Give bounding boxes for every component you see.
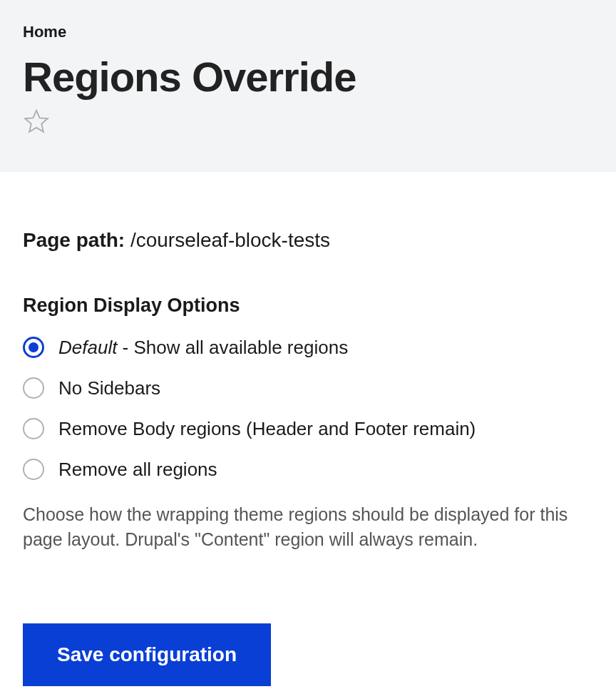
radio-input[interactable] [23,459,44,480]
radio-input[interactable] [23,337,44,358]
radio-label: Remove all regions [58,459,217,481]
region-display-options-legend: Region Display Options [23,295,593,317]
radio-label: No Sidebars [58,377,160,399]
radio-option-remove-body[interactable]: Remove Body regions (Header and Footer r… [23,418,593,440]
breadcrumb[interactable]: Home [23,23,593,41]
svg-marker-0 [25,111,48,132]
page-title: Regions Override [23,56,593,99]
radio-option-remove-all[interactable]: Remove all regions [23,459,593,481]
radio-option-default[interactable]: Default - Show all available regions [23,337,593,359]
region-display-options-group: Default - Show all available regions No … [23,337,593,481]
save-configuration-button[interactable]: Save configuration [23,623,271,686]
main-content: Page path: /courseleaf-block-tests Regio… [0,172,616,699]
page-path-label: Page path: [23,229,125,251]
radio-input[interactable] [23,418,44,439]
radio-input[interactable] [23,377,44,399]
radio-label: Remove Body regions (Header and Footer r… [58,418,476,440]
radio-label: Default - Show all available regions [58,337,348,359]
page-path-value: /courseleaf-block-tests [130,229,330,251]
radio-label-prefix: Default [58,337,117,358]
header-region: Home Regions Override [0,0,616,172]
help-text: Choose how the wrapping theme regions sh… [23,502,593,552]
radio-option-no-sidebars[interactable]: No Sidebars [23,377,593,399]
page-path-line: Page path: /courseleaf-block-tests [23,229,593,252]
star-icon[interactable] [23,108,50,135]
form-actions: Save configuration [23,623,593,686]
